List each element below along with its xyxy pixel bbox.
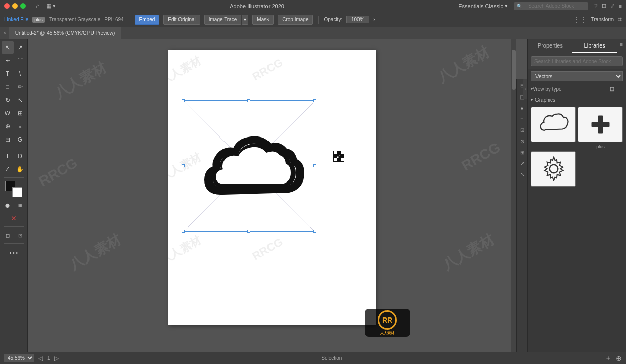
gradient-box[interactable]: ▦	[14, 199, 26, 211]
measure-tool[interactable]: D	[14, 150, 26, 162]
graphic-plus-wrapper: plus	[578, 107, 623, 142]
image-trace-arrow[interactable]: ▾	[242, 15, 248, 25]
panel-menu-icon[interactable]: ≡	[617, 39, 626, 53]
transparent-grayscale-label: Transparent Grayscale	[49, 17, 100, 22]
line-tool[interactable]: \	[14, 68, 26, 80]
linked-file-label[interactable]: Linked File	[4, 17, 28, 22]
panel-icon[interactable]: ▦ ▾	[46, 3, 56, 9]
selection-tool[interactable]: ↖	[2, 41, 14, 54]
curvature-tool[interactable]: ⌒	[14, 55, 26, 67]
none-box[interactable]: ✕	[8, 212, 20, 224]
hand-tool[interactable]: ✋	[14, 163, 26, 175]
perspective-tool[interactable]: ⟁	[14, 120, 26, 132]
graphic-plus[interactable]	[578, 107, 623, 142]
properties-tab[interactable]: Properties	[528, 39, 572, 53]
expand-icon[interactable]: ⤢	[610, 3, 615, 9]
tab-close-button[interactable]: ×	[0, 30, 9, 36]
nav-next[interactable]: ▷	[54, 355, 59, 362]
mask-button[interactable]: Mask	[252, 15, 274, 25]
selection-status: Selection	[321, 355, 342, 361]
graphic-cloud[interactable]	[531, 107, 576, 142]
right-panel: › Properties Libraries ≡ Vectors ▾ View …	[527, 39, 626, 352]
page-label: 1	[47, 355, 50, 361]
free-transform-tool[interactable]: ⊞	[14, 107, 26, 119]
graphics-section-header: ▾ Graphics	[528, 95, 626, 105]
rrcg-logo: RR 人人素材	[365, 309, 410, 337]
grid-view-button[interactable]: ⊞	[608, 85, 616, 93]
pen-tool[interactable]: ✒	[2, 55, 14, 67]
image-trace-button[interactable]: Image Trace	[204, 15, 242, 25]
background-color[interactable]	[12, 187, 22, 197]
arrange-icon[interactable]: ⊞	[602, 3, 606, 9]
color-mode-toggle[interactable]: ⬤	[2, 199, 14, 211]
warp-tool[interactable]: W	[2, 107, 14, 119]
watermark-6: RRCG	[459, 140, 503, 174]
scrollbar-thumb[interactable]	[512, 50, 516, 90]
right-icon-strip: ⊟ ◫ ♠ ≡ ⊡ ⊙ ⊞ ⤢ ⤡	[516, 79, 527, 364]
watermark-1: 八人素材	[51, 58, 110, 103]
artboard[interactable]: 八人素材 RRCG 八人素材 RRCG 八人素材 RRCG	[168, 50, 376, 325]
list-view-button[interactable]: ≡	[617, 85, 623, 93]
view-by-label[interactable]: View by type	[533, 86, 562, 92]
plus-badge: plus	[32, 17, 45, 23]
panel-collapse-handle[interactable]: ›	[523, 79, 527, 99]
transform-dots-icon[interactable]: ⋮⋮	[573, 16, 587, 24]
graphic-gear[interactable]	[531, 151, 576, 187]
help-icon[interactable]: ?	[594, 3, 598, 10]
menu-icon[interactable]: ≡	[619, 3, 622, 9]
direct-select-tool[interactable]: ↗	[14, 41, 26, 54]
assets-icon[interactable]: ♠	[518, 103, 527, 112]
zoom-tool[interactable]: Z	[2, 163, 14, 175]
expand-arrow[interactable]: ›	[373, 17, 375, 22]
vectors-dropdown[interactable]: Vectors	[531, 71, 623, 81]
pathfinder-icon[interactable]: ⊞	[518, 148, 527, 157]
document-tab[interactable]: Untitled-2* @ 45.56% (CMYK/GPU Preview)	[9, 27, 121, 39]
svg-rect-3	[592, 122, 610, 127]
cloud-svg	[193, 115, 309, 216]
mesh-tool[interactable]: ⊟	[2, 133, 14, 146]
align-icon[interactable]: ⊙	[518, 136, 527, 146]
crop-image-button[interactable]: Crop Image	[278, 15, 313, 25]
links-icon[interactable]: ≡	[518, 114, 527, 123]
scale-tool[interactable]: ⤡	[14, 94, 26, 106]
artboards-icon[interactable]: ⊡	[518, 125, 527, 134]
home-icon[interactable]: ⌂	[36, 2, 40, 10]
libraries-search-input[interactable]	[531, 56, 623, 66]
panel-search-area	[528, 53, 626, 69]
status-options-icon[interactable]: ⊕	[616, 354, 622, 362]
more-tools[interactable]: • • •	[8, 247, 20, 259]
shape-builder-tool[interactable]: ⊕	[2, 120, 14, 132]
transform-panel-icon[interactable]: ⤢	[518, 159, 527, 168]
zoom-select[interactable]: 45.56%	[4, 354, 34, 362]
draw-mode-normal[interactable]: ◻	[2, 229, 14, 241]
cloud-icon-container	[177, 93, 324, 239]
close-button[interactable]	[4, 3, 10, 9]
edit-original-button[interactable]: Edit Original	[163, 15, 200, 25]
gradient-tool[interactable]: G	[14, 133, 26, 146]
embed-button[interactable]: Embed	[135, 15, 160, 25]
rect-tool[interactable]: □	[2, 81, 14, 93]
text-tool[interactable]: T	[2, 68, 14, 80]
stock-search-input[interactable]	[524, 2, 585, 10]
rotate-tool[interactable]: ↻	[2, 94, 14, 106]
left-toolbar: ↖ ↗ ✒ ⌒ T \ □ ✏ ↻ ⤡ W ⊞ ⊕ ⟁ ⊟ G	[0, 39, 28, 352]
color-separator	[4, 177, 24, 178]
nav-prev[interactable]: ◁	[38, 355, 43, 362]
graphic-gear-wrapper	[531, 151, 576, 187]
add-icon[interactable]: ＋	[605, 354, 612, 363]
watermark-4: RRCG	[36, 155, 80, 190]
expand-panel-icon[interactable]: ⤡	[518, 170, 527, 179]
gear-graphic-svg	[541, 156, 566, 181]
app-title: Adobe Illustrator 2020	[62, 3, 452, 9]
traffic-lights	[4, 3, 26, 9]
libraries-tab[interactable]: Libraries	[572, 39, 617, 53]
eyedropper-tool[interactable]: I	[2, 150, 14, 162]
vertical-scrollbar[interactable]	[511, 39, 516, 352]
opacity-value[interactable]: 100%	[346, 16, 369, 23]
canvas-area: 八人素材 RRCG 八人素材 RRCG 八人素材 RRCG 八人素材 RRCG …	[28, 39, 516, 352]
draw-mode-inside[interactable]: ⊡	[14, 229, 26, 241]
minimize-button[interactable]	[12, 3, 18, 9]
transform-extra-icon[interactable]: ⌗	[618, 15, 622, 24]
maximize-button[interactable]	[20, 3, 26, 9]
paintbrush-tool[interactable]: ✏	[14, 81, 26, 93]
